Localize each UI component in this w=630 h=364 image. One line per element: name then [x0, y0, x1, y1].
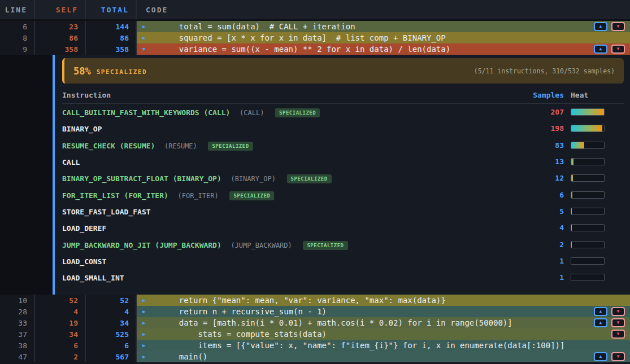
- jump-down-button[interactable]: ▼: [611, 307, 625, 316]
- heat-cell: [564, 108, 624, 116]
- specialized-label: SPECIALIZED: [97, 68, 147, 76]
- instruction-cell: CALL_BUILTIN_FAST_WITH_KEYWORDS (CALL) (…: [62, 107, 524, 117]
- code-cell: ▶ return {"mean": mean, "var": variance,…: [137, 295, 630, 306]
- jump-up-button[interactable]: ▲: [594, 45, 607, 54]
- self-samples: 358: [35, 43, 86, 55]
- column-header-self: SELF: [35, 0, 86, 19]
- expand-toggle-icon[interactable]: ▶: [142, 331, 150, 337]
- heat-bar-track: [571, 174, 605, 182]
- line-number: 33: [0, 317, 35, 328]
- jump-buttons: ▲ ▼: [594, 22, 630, 31]
- jump-up-button[interactable]: ▲: [594, 318, 607, 327]
- instruction-table-header: Instruction Samples Heat: [62, 91, 624, 104]
- heat-bar-track: [571, 191, 605, 199]
- instruction-row: FOR_ITER_LIST (FOR_ITER) (FOR_ITER) SPEC…: [62, 186, 624, 203]
- heat-bar-fill: [571, 142, 584, 148]
- line-number: 10: [0, 295, 35, 306]
- code-rows-top: 6 23 144 ▶ total = sum(data) # CALL + it…: [0, 21, 630, 55]
- expand-toggle-icon[interactable]: ▶: [142, 35, 150, 41]
- expanded-section: 58% SPECIALIZED (5/11 instructions, 310/…: [0, 55, 630, 295]
- heat-cell: [564, 208, 624, 215]
- instruction-samples: 1: [524, 257, 564, 265]
- instruction-column-header: Instruction: [62, 91, 524, 99]
- instruction-row: BINARY_OP 198: [62, 120, 624, 137]
- heat-cell: [564, 142, 624, 149]
- total-samples: 358: [86, 43, 137, 55]
- instruction-samples: 6: [524, 191, 564, 199]
- specialized-badge: SPECIALIZED: [287, 174, 332, 183]
- jump-down-button[interactable]: ▼: [611, 352, 625, 361]
- table-header: LINE SELF TOTAL CODE: [0, 0, 630, 21]
- total-samples: 6: [86, 340, 137, 351]
- instruction-row: BINARY_OP_SUBTRACT_FLOAT (BINARY_OP) (BI…: [62, 170, 624, 186]
- instruction-row: CALL_BUILTIN_FAST_WITH_KEYWORDS (CALL) (…: [62, 104, 624, 120]
- instruction-family: (JUMP_BACKWARD): [231, 242, 292, 249]
- heat-bar-fill: [571, 208, 572, 214]
- code-text: return n + recursive_sum(n - 1): [160, 306, 327, 317]
- expand-toggle-icon[interactable]: ▼: [142, 46, 150, 52]
- code-cell: ▶ return n + recursive_sum(n - 1) ▲ ▼: [137, 306, 630, 317]
- self-samples: 2: [35, 351, 86, 362]
- self-samples: 86: [35, 32, 86, 43]
- instruction-row: CALL 13: [62, 154, 624, 170]
- jump-down-button[interactable]: ▼: [611, 318, 625, 327]
- expand-toggle-icon[interactable]: ▶: [142, 343, 150, 348]
- instruction-samples: 5: [524, 207, 564, 216]
- code-row: 33 19 34 ▶ data = [math.sin(i * 0.01) + …: [0, 317, 630, 328]
- total-samples: 4: [86, 306, 137, 317]
- samples-column-header: Samples: [524, 91, 564, 99]
- line-number: 47: [0, 351, 35, 362]
- jump-down-button[interactable]: ▼: [611, 22, 625, 31]
- code-text: data = [math.sin(i * 0.01) + math.cos(i …: [160, 317, 512, 328]
- code-text: total = sum(data) # CALL + iteration: [160, 21, 355, 32]
- code-text: variance = sum((x - mean) ** 2 for x in …: [160, 43, 450, 55]
- instruction-row: JUMP_BACKWARD_NO_JIT (JUMP_BACKWARD) (JU…: [62, 236, 624, 252]
- instruction-cell: STORE_FAST_LOAD_FAST: [62, 206, 524, 217]
- column-header-code: CODE: [137, 0, 630, 19]
- jump-down-button[interactable]: ▼: [611, 45, 625, 54]
- expand-toggle-icon[interactable]: ▶: [142, 354, 150, 359]
- code-cell: ▶ data = [math.sin(i * 0.01) + math.cos(…: [137, 317, 630, 328]
- expand-toggle-icon[interactable]: ▶: [142, 320, 150, 326]
- jump-buttons: ▲ ▼: [594, 307, 630, 316]
- jump-down-button[interactable]: ▼: [611, 330, 625, 339]
- code-text: stats = compute_stats(data): [160, 328, 327, 340]
- expand-toggle-icon[interactable]: ▶: [142, 24, 150, 29]
- jump-buttons: ▲ ▼: [611, 330, 630, 339]
- total-samples: 52: [86, 295, 137, 306]
- instruction-row: LOAD_SMALL_INT 1: [62, 269, 624, 286]
- self-samples: 34: [35, 328, 86, 340]
- instruction-family: (BINARY_OP): [231, 175, 275, 183]
- heat-bar-fill: [571, 159, 573, 165]
- line-number: 8: [0, 32, 35, 43]
- jump-up-button[interactable]: ▲: [594, 22, 607, 31]
- heat-cell: [564, 274, 624, 281]
- specialized-badge: SPECIALIZED: [303, 241, 347, 250]
- instruction-name: JUMP_BACKWARD_NO_JIT (JUMP_BACKWARD): [62, 241, 221, 249]
- code-text: squared = [x * x for x in data] # list c…: [160, 32, 446, 43]
- expand-toggle-icon[interactable]: ▶: [142, 297, 150, 303]
- heat-bar-track: [571, 108, 605, 116]
- instruction-row: STORE_FAST_LOAD_FAST 5: [62, 203, 624, 220]
- code-text: main(): [160, 351, 207, 362]
- instruction-name: BINARY_OP: [62, 125, 102, 133]
- instruction-cell: BINARY_OP: [62, 123, 524, 134]
- heat-bar-track: [571, 158, 605, 165]
- heat-bar-track: [571, 241, 605, 248]
- instruction-samples: 198: [524, 124, 564, 133]
- heat-cell: [564, 174, 624, 182]
- instruction-cell: JUMP_BACKWARD_NO_JIT (JUMP_BACKWARD) (JU…: [62, 239, 524, 250]
- heat-cell: [564, 158, 624, 165]
- code-row: 8 86 86 ▶ squared = [x * x for x in data…: [0, 32, 630, 43]
- jump-buttons: ▲ ▼: [594, 45, 630, 54]
- jump-up-button[interactable]: ▲: [594, 352, 607, 361]
- instruction-rows: CALL_BUILTIN_FAST_WITH_KEYWORDS (CALL) (…: [62, 104, 624, 286]
- jump-up-button[interactable]: ▲: [594, 307, 607, 316]
- specialization-panel: 58% SPECIALIZED (5/11 instructions, 310/…: [55, 55, 630, 295]
- instruction-row: LOAD_CONST 1: [62, 253, 624, 269]
- specialization-banner: 58% SPECIALIZED (5/11 instructions, 310/…: [62, 58, 624, 84]
- total-samples: 567: [86, 351, 137, 362]
- instruction-row: LOAD_DEREF 4: [62, 220, 624, 236]
- self-samples: 52: [35, 295, 86, 306]
- expand-toggle-icon[interactable]: ▶: [142, 309, 150, 314]
